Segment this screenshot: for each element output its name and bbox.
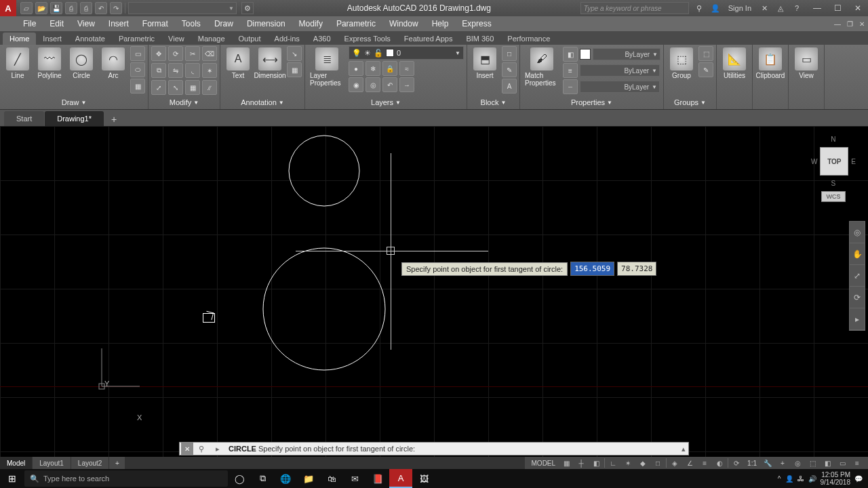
polyline-button[interactable]: 〰Polyline: [35, 46, 64, 81]
menu-modify[interactable]: Modify: [292, 16, 330, 31]
app-logo[interactable]: A: [0, 0, 16, 16]
infer-icon[interactable]: ◧: [589, 458, 603, 468]
annomon-icon[interactable]: ◎: [791, 458, 804, 468]
utilities-button[interactable]: 📐Utilities: [719, 46, 749, 81]
tray-people-icon[interactable]: 👤: [785, 475, 793, 483]
fillet-icon[interactable]: ◟: [185, 63, 200, 78]
stretch-icon[interactable]: ⤢: [151, 80, 166, 95]
table-icon[interactable]: ▦: [287, 62, 302, 77]
menu-help[interactable]: Help: [425, 16, 456, 31]
workspace-dropdown[interactable]: ▼: [128, 2, 237, 14]
osnap-icon[interactable]: □: [651, 458, 665, 468]
wcs-badge[interactable]: WCS: [821, 191, 846, 202]
array-icon[interactable]: ▦: [185, 80, 200, 95]
layer-lock-icon[interactable]: 🔒: [382, 61, 397, 76]
annoscale-icon[interactable]: 🔧: [761, 458, 774, 468]
menu-edit[interactable]: Edit: [43, 16, 71, 31]
leader-icon[interactable]: ↘: [287, 46, 302, 61]
isodraft-icon[interactable]: ◆: [636, 458, 650, 468]
layer-freeze-icon[interactable]: ❄: [366, 61, 380, 76]
hardware-icon[interactable]: ⬚: [806, 458, 819, 468]
group-button[interactable]: ⬚Group: [667, 46, 696, 81]
menu-format[interactable]: Format: [136, 16, 175, 31]
doc-minimize[interactable]: —: [831, 18, 844, 30]
saveas-icon[interactable]: ⎙: [65, 2, 77, 14]
move-icon[interactable]: ✥: [151, 46, 166, 61]
exchange-icon[interactable]: ✕: [758, 2, 770, 14]
polar-icon[interactable]: ✶: [621, 458, 635, 468]
isolate-icon[interactable]: ◧: [821, 458, 834, 468]
trim-icon[interactable]: ✂: [185, 46, 200, 61]
tab-insert[interactable]: Insert: [36, 33, 68, 45]
attr-icon[interactable]: A: [502, 79, 517, 94]
save-icon[interactable]: 💾: [50, 2, 62, 14]
orbit-icon[interactable]: ⟳: [850, 287, 865, 308]
tab-annotate[interactable]: Annotate: [68, 33, 112, 45]
ellipse-icon[interactable]: ⬭: [130, 62, 145, 77]
offset-icon[interactable]: ⫽: [202, 80, 217, 95]
help-icon[interactable]: ?: [791, 2, 803, 14]
grid-icon[interactable]: ▦: [559, 458, 573, 468]
tab-a360[interactable]: A360: [307, 33, 338, 45]
otrack-icon[interactable]: ∠: [683, 458, 696, 468]
tab-parametric[interactable]: Parametric: [112, 33, 161, 45]
steering-wheel-icon[interactable]: ◎: [850, 222, 865, 243]
ungroup-icon[interactable]: ⬚: [698, 46, 713, 61]
layout-layout2[interactable]: Layout2: [71, 457, 110, 469]
transparency-icon[interactable]: ◐: [713, 458, 726, 468]
mirror-icon[interactable]: ⇋: [168, 63, 183, 78]
close-button[interactable]: ✕: [848, 0, 868, 16]
layer-off-icon[interactable]: ●: [349, 61, 363, 76]
tray-clock[interactable]: 12:05 PM 9/14/2018: [821, 471, 851, 486]
open-icon[interactable]: 📂: [35, 2, 47, 14]
status-scale[interactable]: 1:1: [745, 460, 760, 467]
mail-icon[interactable]: ✉: [343, 469, 366, 488]
drawing-area[interactable]: Y X Specify point on object for first ta…: [0, 126, 868, 457]
cmdline-close-icon[interactable]: ✕: [181, 443, 193, 455]
circle-small[interactable]: [289, 136, 359, 206]
tab-bim360[interactable]: BIM 360: [459, 33, 500, 45]
layer-iso-icon[interactable]: ◉: [349, 77, 363, 92]
dynamic-x-field[interactable]: 156.5059: [570, 262, 614, 276]
tab-home[interactable]: Home: [3, 33, 36, 45]
store-icon[interactable]: 🛍: [320, 469, 343, 488]
circle-large[interactable]: [263, 248, 385, 370]
menu-express[interactable]: Express: [455, 16, 498, 31]
minimize-button[interactable]: —: [807, 0, 827, 16]
cmdline-history-icon[interactable]: ▴: [679, 445, 688, 453]
cortana-icon[interactable]: ◯: [228, 469, 251, 488]
signin-icon[interactable]: 👤: [709, 2, 722, 14]
linetype-icon[interactable]: ┄: [563, 79, 578, 94]
copy-icon[interactable]: ⧉: [151, 63, 166, 78]
viewcube[interactable]: N W TOP E S WCS: [811, 136, 856, 202]
edge-icon[interactable]: 🌐: [274, 469, 297, 488]
redo-icon[interactable]: ↷: [110, 2, 122, 14]
menu-insert[interactable]: Insert: [102, 16, 136, 31]
command-line[interactable]: ✕ ⚲ ▸ CIRCLE Specify point on object for…: [179, 442, 689, 455]
print-icon[interactable]: ⎙: [80, 2, 92, 14]
color-icon[interactable]: ◧: [563, 47, 578, 62]
group-edit-icon[interactable]: ✎: [698, 62, 713, 77]
erase-icon[interactable]: ⌫: [202, 46, 217, 61]
3dosnap-icon[interactable]: ◈: [668, 458, 682, 468]
tray-network-icon[interactable]: 🖧: [797, 475, 804, 483]
autocad-taskbar-icon[interactable]: A: [389, 469, 412, 488]
dimension-button[interactable]: ⟷Dimension: [255, 46, 285, 81]
tab-addins[interactable]: Add-ins: [268, 33, 307, 45]
gear-icon[interactable]: ⚙: [241, 2, 254, 14]
layer-properties-button[interactable]: ≣Layer Properties: [308, 46, 346, 92]
tab-express[interactable]: Express Tools: [338, 33, 397, 45]
taskbar-search[interactable]: 🔍 Type here to search: [24, 470, 228, 487]
hatch-icon[interactable]: ▦: [130, 79, 145, 94]
menu-file[interactable]: File: [16, 16, 43, 31]
arc-button[interactable]: ◠Arc: [98, 46, 128, 81]
tab-featured[interactable]: Featured Apps: [397, 33, 460, 45]
tab-output[interactable]: Output: [232, 33, 268, 45]
doc-close[interactable]: ✕: [856, 18, 868, 30]
a360-icon[interactable]: ◬: [774, 2, 787, 14]
menu-tools[interactable]: Tools: [175, 16, 208, 31]
clipboard-button[interactable]: 📋Clipboard: [755, 46, 785, 81]
taskview-icon[interactable]: ⧉: [251, 469, 274, 488]
layout-layout1[interactable]: Layout1: [33, 457, 71, 469]
layer-walk-icon[interactable]: →: [399, 77, 414, 92]
